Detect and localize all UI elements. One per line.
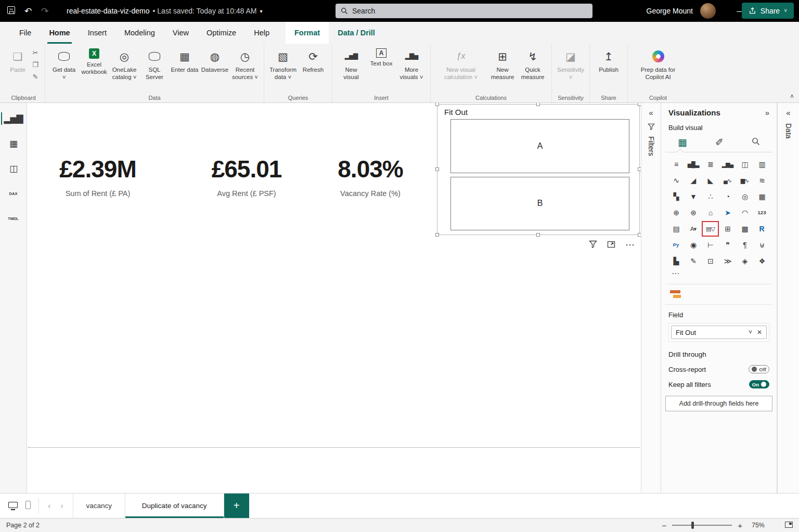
table-view[interactable]: ▦: [3, 133, 24, 154]
pie-chart[interactable]: ◔: [720, 190, 735, 203]
zoom-out-button[interactable]: −: [662, 522, 666, 529]
new-visual-calculation-button[interactable]: ƒx New visual calculation ˅: [434, 46, 487, 83]
filters-pane-title[interactable]: Filters: [647, 136, 655, 156]
power-automate[interactable]: ≫: [720, 254, 735, 268]
stacked-area-chart[interactable]: ◣: [703, 174, 718, 187]
shape-map[interactable]: ⌂: [703, 206, 718, 219]
matrix[interactable]: ▩: [737, 222, 752, 236]
visual-filter-button[interactable]: [589, 240, 597, 250]
clustered-column-chart[interactable]: ▂▆▄: [720, 158, 735, 171]
Data / Drill[interactable]: Data / Drill: [329, 22, 384, 44]
title-dropdown-icon[interactable]: ▾: [260, 8, 263, 14]
zoom-slider-knob[interactable]: [691, 522, 694, 529]
fit-to-page-button[interactable]: [770, 522, 793, 529]
toggle-switch[interactable]: On: [749, 380, 769, 388]
collapse-ribbon-button[interactable]: ˄: [790, 93, 794, 100]
collapse-visualizations-button[interactable]: »: [765, 108, 769, 117]
onelake-catalog-button[interactable]: ◎ OneLake catalog ˅: [109, 46, 139, 83]
gauge[interactable]: ◠: [737, 206, 752, 219]
multi-row-card[interactable]: ▤: [668, 222, 684, 236]
slicer-option[interactable]: B: [450, 177, 629, 231]
100-stacked-column-chart[interactable]: ▥: [754, 158, 769, 171]
tab-build-visual[interactable]: ▦: [678, 137, 687, 147]
area-chart[interactable]: ◢: [686, 174, 701, 187]
new-card-visual[interactable]: ✎: [686, 254, 701, 268]
user-avatar[interactable]: [700, 3, 716, 19]
selection-handle[interactable]: [435, 233, 439, 237]
text-box-button[interactable]: A Text box: [366, 46, 396, 70]
line-and-clustered-column-chart[interactable]: ▆∿: [737, 174, 752, 187]
paste-button[interactable]: ❏ Paste: [6, 46, 30, 76]
card-new[interactable]: 123: [754, 206, 769, 219]
mobile-layout-button[interactable]: [25, 501, 31, 511]
sensitivity-button[interactable]: ◪ Sensitivity ˅: [556, 46, 586, 83]
field-remove-icon[interactable]: ✕: [757, 329, 762, 335]
search-input[interactable]: Search: [336, 4, 592, 18]
dataverse-button[interactable]: ◍ Dataverse: [200, 46, 230, 76]
share-button[interactable]: Share ˅: [742, 3, 794, 19]
transform-data-button[interactable]: ▧ Transform data ˅: [268, 46, 298, 83]
View[interactable]: View: [164, 22, 198, 44]
dax-query-view[interactable]: DAX: [3, 183, 24, 204]
new-page-button[interactable]: +: [224, 494, 249, 518]
previous-page-button[interactable]: ‹: [47, 501, 51, 511]
Home[interactable]: Home: [40, 22, 79, 44]
Optimize[interactable]: Optimize: [198, 22, 245, 44]
scatter-chart[interactable]: ∴: [703, 190, 718, 203]
selected-visual-fit-out[interactable]: Fit Out A B: [437, 104, 640, 235]
toggle-switch[interactable]: Off: [749, 365, 769, 373]
excel-workbook-button[interactable]: X Excel workbook: [79, 46, 109, 78]
next-page-button[interactable]: ›: [59, 501, 64, 511]
expand-data-button[interactable]: «: [786, 108, 790, 117]
stacked-column-chart[interactable]: ▅█▃: [686, 158, 701, 171]
get-data-button[interactable]: Get data ˅: [49, 46, 79, 83]
treemap[interactable]: ▦: [754, 190, 769, 203]
donut-chart[interactable]: ◎: [737, 190, 752, 203]
Format[interactable]: Format: [286, 22, 329, 44]
python-visual[interactable]: Py: [668, 238, 684, 252]
kpi[interactable]: A▾: [686, 222, 701, 236]
map[interactable]: ⊕: [668, 206, 684, 219]
100-stacked-bar-chart[interactable]: ◫: [737, 158, 752, 171]
desktop-layout-button[interactable]: [8, 502, 18, 510]
report-canvas[interactable]: £2.39M Sum of Rent (£ PA) £65.01 Avg Ren…: [27, 103, 641, 493]
sql-server-button[interactable]: SQL Server: [139, 46, 170, 83]
slicer-option[interactable]: A: [450, 119, 629, 173]
power-apps[interactable]: ⊡: [703, 254, 718, 268]
key-influencers[interactable]: ◉: [686, 238, 701, 252]
selection-handle[interactable]: [435, 167, 439, 171]
prep-data-copilot-button[interactable]: Prep data for Copilot AI: [632, 46, 685, 83]
selection-handle[interactable]: [435, 103, 439, 106]
field-pill-fit-out[interactable]: Fit Out ˅ ✕: [671, 326, 767, 339]
focus-mode-button[interactable]: [607, 240, 615, 250]
line-chart[interactable]: ∿: [668, 174, 684, 187]
selection-handle[interactable]: [536, 233, 540, 237]
field-dropdown-icon[interactable]: ˅: [749, 329, 752, 335]
File[interactable]: File: [10, 22, 40, 44]
kpi-card[interactable]: £2.39M Sum of Rent (£ PA): [27, 155, 171, 198]
arcgis-map[interactable]: ◈: [737, 254, 752, 268]
more-visual-types-button[interactable]: ⋯: [668, 268, 682, 279]
tmdl-view[interactable]: TMDL: [3, 208, 24, 229]
Modeling[interactable]: Modeling: [115, 22, 164, 44]
decomposition-tree[interactable]: ⊢: [703, 238, 718, 252]
copy-icon[interactable]: ❐: [30, 59, 41, 70]
waterfall-chart[interactable]: ▚: [668, 190, 684, 203]
q-and-a[interactable]: ❞: [720, 238, 735, 252]
more-visual[interactable]: ❖: [754, 254, 769, 268]
stacked-bar-chart[interactable]: ≡: [668, 158, 684, 171]
Insert[interactable]: Insert: [79, 22, 115, 44]
tab-format-visual[interactable]: ✐: [715, 137, 724, 147]
drill-through-field-dropzone[interactable]: Add drill-through fields here: [665, 396, 772, 411]
filled-map[interactable]: ⊛: [686, 206, 701, 219]
tab-analytics[interactable]: [752, 137, 760, 147]
zoom-in-button[interactable]: +: [738, 522, 742, 529]
clustered-bar-chart[interactable]: ≣: [703, 158, 718, 171]
line-and-stacked-column-chart[interactable]: ▄∿: [720, 174, 735, 187]
redo-button[interactable]: ↷: [41, 7, 48, 16]
funnel-chart[interactable]: ▼: [686, 190, 701, 203]
recent-sources-button[interactable]: ◷ Recent sources ˅: [230, 46, 260, 83]
new-visual-button[interactable]: ▂▅▇ New visual: [336, 46, 366, 83]
document-title-area[interactable]: real-estate-data-viz-demo • Last saved: …: [67, 0, 263, 22]
page-tab[interactable]: vacancy: [73, 494, 125, 518]
